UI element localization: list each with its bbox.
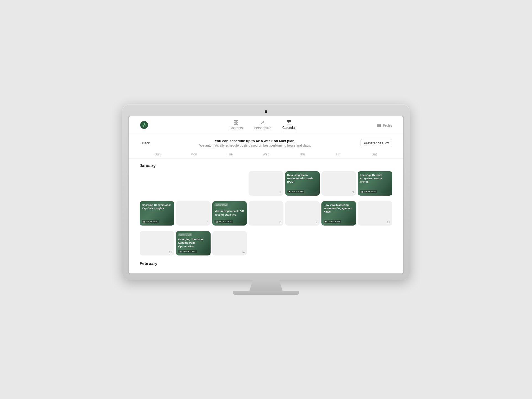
cell-empty-w3-5 [285,231,320,255]
card-title: Leverage Referral Programs: Future Trend… [360,173,390,184]
day-sat: Sat [356,150,392,158]
month-january: January [140,163,392,168]
week-3: 12 Never Days Emerging Trends in Landing… [140,231,392,255]
cell-empty-w3-7 [358,231,392,255]
sub-label: Better Days [214,203,228,206]
cell-jan-11[interactable]: 11 [358,201,392,226]
week-2: Boosting Conversions: Key Data Insights … [140,201,392,226]
app-window: Contents Personalize [129,116,403,273]
card-content: Never Days Emerging Trends in Landing Pa… [176,231,211,255]
svg-rect-6 [287,121,291,124]
day-tue: Tue [212,150,248,158]
nav-calendar[interactable]: Calendar [282,120,296,131]
cell-num: 3 [352,191,354,194]
calendar-content: January 1 [129,159,403,273]
nav-bar: Contents Personalize [129,116,403,135]
cell-empty-3 [212,171,247,196]
cell-jan-4-card[interactable]: Leverage Referral Programs: Future Trend… [358,171,392,196]
monitor-body: Contents Personalize [122,104,410,280]
cell-num: 11 [387,221,390,224]
card-badge: ▦ 5th at 3 AM [142,220,159,223]
center-notice: You can schedule up to 4x a week on Max … [199,139,311,147]
sub-header: ‹ Back You can schedule up to 4x a week … [129,135,403,150]
svg-rect-4 [236,123,238,124]
card-title: How Viral Marketing Increases Engagement… [324,203,354,214]
cell-num: 9 [316,221,318,224]
nav-contents[interactable]: Contents [229,120,243,131]
cell-jan-10-card[interactable]: How Viral Marketing Increases Engagement… [321,201,356,226]
svg-rect-3 [234,123,236,124]
cell-jan-2-card[interactable]: Data Insights on Product-Led Growth (PLG… [285,171,320,196]
card-badge: ▦ 4th at 3 AM [360,190,377,193]
cell-jan-14[interactable]: 14 [212,231,247,255]
nav-personalize[interactable]: Personalize [254,120,271,131]
cell-jan-3[interactable]: 3 [321,171,356,196]
cell-empty-1 [140,171,174,196]
cell-num: 12 [169,250,172,254]
day-thu: Thu [284,150,320,158]
cell-num: 6 [207,221,208,224]
day-wed: Wed [248,150,284,158]
preferences-button[interactable]: Preferences [360,139,392,147]
cell-num: 1 [279,191,281,194]
monitor-screen: Contents Personalize [128,116,404,274]
card-title: Maximizing Impact: A/B Testing Statistic… [214,209,245,216]
cell-empty-2 [176,171,211,196]
notice-title: You can schedule up to 4x a week on Max … [199,139,311,143]
notice-sub: We automatically schedule posts based on… [199,144,311,147]
cell-jan-5-card[interactable]: Boosting Conversions: Key Data Insights … [140,201,174,226]
app-logo [140,121,149,131]
monitor-stand [249,280,283,291]
card-title: Emerging Trends in Landing Page Optimiza… [178,238,208,248]
card-badge: ▨ 7th at 12 AM [214,220,233,223]
card-badge: ▶ 10th at 3 AM [324,220,341,223]
cell-jan-8[interactable]: 8 [249,201,283,226]
cell-empty-w3-6 [321,231,356,255]
day-fri: Fri [320,150,356,158]
svg-point-5 [262,121,264,123]
card-title: Boosting Conversions: Key Data Insights [142,203,172,210]
svg-rect-7 [288,122,289,123]
card-badge: ▶ 2nd at 3 AM [287,190,305,193]
cell-jan-13-card[interactable]: Never Days Emerging Trends in Landing Pa… [176,231,211,255]
cell-jan-9[interactable]: 9 [285,201,320,226]
month-february: February [140,261,392,266]
cell-jan-6[interactable]: 6 [176,201,211,226]
card-content: Data Insights on Product-Led Growth (PLG… [285,171,320,196]
monitor: Contents Personalize [122,104,410,295]
cell-jan-7-card[interactable]: Better Days Maximizing Impact: A/B Testi… [212,201,247,226]
camera-dot [265,110,267,113]
card-badge: ▨ 13th at 6 PM [178,250,196,253]
day-sun: Sun [140,150,176,158]
day-mon: Mon [176,150,212,158]
card-content: Boosting Conversions: Key Data Insights … [140,201,174,226]
svg-rect-2 [236,121,238,122]
card-content: Leverage Referral Programs: Future Trend… [358,171,392,196]
back-button[interactable]: ‹ Back [140,141,150,145]
card-title: Data Insights on Product-Led Growth (PLG… [287,173,318,184]
sub-label: Never Days [178,233,192,236]
week-1: 1 Data Insights on Product-Led Growth (P… [140,171,392,196]
cell-jan-1[interactable]: 1 [249,171,283,196]
nav-profile[interactable]: Profile [377,123,392,128]
cell-num: 14 [241,250,245,254]
cell-jan-12[interactable]: 12 [140,231,174,255]
cell-empty-w3-4 [249,231,283,255]
card-content: Better Days Maximizing Impact: A/B Testi… [212,201,247,226]
monitor-base [233,291,299,295]
cell-num: 8 [279,221,281,224]
card-content: How Viral Marketing Increases Engagement… [321,201,356,226]
svg-rect-1 [234,121,236,122]
day-header-row: Sun Mon Tue Wed Thu Fri Sat [129,150,403,159]
nav-center: Contents Personalize [229,120,296,131]
